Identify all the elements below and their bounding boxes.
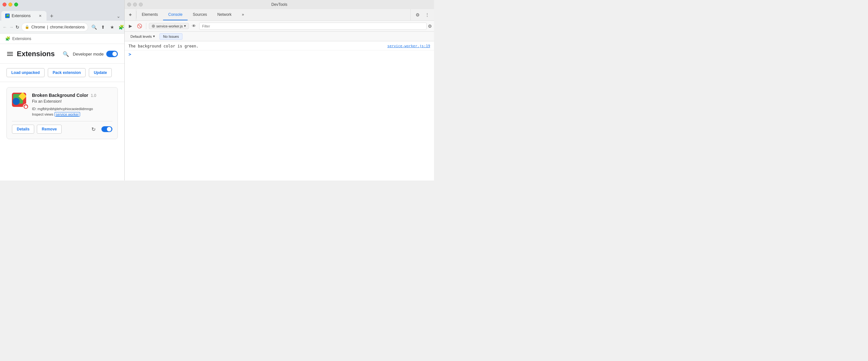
worker-label: service-worker.js — [156, 24, 183, 28]
settings-icon: ⚙ — [415, 12, 420, 18]
maximize-button[interactable] — [14, 3, 18, 6]
extensions-icon[interactable]: 🧩 — [117, 23, 125, 31]
devtools-title: DevTools — [271, 2, 287, 7]
icon-blue-circle — [12, 98, 20, 105]
reload-extension-button[interactable]: ↻ — [89, 125, 97, 133]
browser-title-bar — [0, 0, 124, 9]
tab-close-button[interactable]: ✕ — [37, 13, 42, 19]
hamburger-menu-button[interactable] — [6, 51, 13, 57]
back-icon: ← — [3, 25, 7, 30]
tab-console[interactable]: Console — [163, 9, 188, 20]
toolbar-divider — [146, 23, 146, 29]
levels-row: Default levels ▾ No Issues — [125, 32, 434, 41]
close-button[interactable] — [3, 3, 6, 6]
search-icon[interactable]: 🔍 — [63, 51, 69, 57]
omnibox[interactable]: 🔒 Chrome | chrome://extensions — [21, 23, 88, 32]
tab-elements[interactable]: Elements — [136, 9, 163, 20]
tab-more[interactable]: » — [237, 9, 249, 20]
extensions-content: Extensions 🔍 Developer mode Load unpacke… — [0, 44, 124, 181]
more-menu-icon: ⋮ — [425, 12, 430, 18]
reload-button[interactable]: ↻ — [16, 23, 20, 31]
extension-icon-wrapper: ⬤ — [12, 93, 27, 108]
extension-card-footer: Details Remove ↻ — [12, 121, 113, 134]
default-levels-button[interactable]: Default levels ▾ — [128, 34, 157, 39]
tab-menu-button[interactable]: ⌄ — [115, 13, 122, 19]
devtools-title-bar: DevTools — [125, 0, 434, 9]
eye-icon-button[interactable]: 👁 — [190, 22, 198, 30]
extension-id: ID: mgfbhjnibhjdehcphiocaoiediidmngo — [32, 107, 113, 111]
action-buttons-row: Load unpacked Pack extension Update — [0, 64, 124, 82]
clear-console-button[interactable]: ▶ — [127, 22, 134, 30]
bookmark-star-icon[interactable]: ★ — [108, 23, 116, 31]
network-tab-label: Network — [217, 12, 231, 17]
page-title: Extensions — [17, 50, 55, 58]
minimize-button[interactable] — [8, 3, 12, 6]
extension-action-buttons: Details Remove — [12, 125, 62, 134]
play-icon: ▶ — [129, 24, 132, 28]
zoom-icon[interactable]: 🔍 — [90, 23, 98, 31]
download-icon[interactable]: ⬆ — [99, 23, 107, 31]
extension-info: Broken Background Color 1.0 Fix an Exten… — [32, 93, 113, 117]
devtools-more-button[interactable]: ⋮ — [423, 11, 431, 19]
new-tab-button[interactable]: + — [47, 11, 56, 21]
service-worker-selector[interactable]: service-worker.js ▾ — [149, 23, 189, 29]
tab-network[interactable]: Network — [212, 9, 237, 20]
reload-icon: ↻ — [16, 25, 20, 30]
sources-tab-label: Sources — [193, 12, 207, 17]
extension-enable-toggle[interactable] — [101, 126, 113, 132]
breadcrumb: 🧩 Extensions — [0, 34, 124, 44]
address-bar: ← → ↻ 🔒 Chrome | chrome://extensions 🔍 ⬆… — [0, 21, 124, 34]
load-unpacked-button[interactable]: Load unpacked — [6, 68, 44, 77]
url-separator: | — [47, 25, 48, 29]
console-settings-icon[interactable]: ⚙ — [428, 24, 432, 29]
extension-name-row: Broken Background Color 1.0 — [32, 93, 113, 98]
console-source-link[interactable]: service-worker.js:19 — [388, 44, 430, 48]
filter-input[interactable] — [199, 23, 427, 30]
devtools-minimize-button[interactable] — [133, 3, 137, 6]
update-button[interactable]: Update — [89, 68, 112, 77]
tab-right-area: ⌄ — [115, 13, 123, 21]
console-tab-label: Console — [168, 12, 182, 17]
inspect-views-label: Inspect views — [32, 112, 53, 116]
extensions-list: ⬤ Broken Background Color 1.0 Fix an Ext… — [0, 82, 124, 144]
devtools-maximize-button[interactable] — [139, 3, 143, 6]
extension-version: 1.0 — [91, 93, 96, 98]
block-icon-button[interactable]: 🚫 — [135, 22, 144, 30]
no-issues-badge[interactable]: No Issues — [159, 33, 182, 40]
console-toolbar: ▶ 🚫 service-worker.js ▾ 👁 ⚙ — [125, 21, 434, 32]
block-icon: 🚫 — [137, 24, 142, 28]
console-prompt-line[interactable]: > — [125, 50, 434, 58]
forward-icon: → — [9, 25, 13, 30]
back-button[interactable]: ← — [3, 23, 7, 31]
tab-sources[interactable]: Sources — [188, 9, 212, 20]
worker-dot — [152, 25, 155, 28]
service-worker-link[interactable]: service worker — [55, 112, 80, 117]
devtools-cursor-area[interactable]: ⌖ — [125, 9, 136, 20]
pack-extension-button[interactable]: Pack extension — [48, 68, 86, 77]
devtools-close-button[interactable] — [127, 3, 131, 6]
url-text: chrome://extensions — [50, 25, 85, 29]
devtools-panel: DevTools ⌖ Elements Console Sources Netw… — [125, 0, 434, 181]
console-line-1: The background color is green. service-w… — [125, 42, 434, 50]
forward-button[interactable]: → — [9, 23, 13, 31]
browser-panel: 🧩 Extensions ✕ + ⌄ ← → ↻ 🔒 Chrome | chro… — [0, 0, 125, 181]
details-button[interactable]: Details — [12, 125, 34, 134]
more-tabs-label: » — [242, 12, 244, 17]
console-message-text: The background color is green. — [128, 44, 385, 49]
chrome-label: Chrome — [31, 25, 45, 29]
tabs-spacer — [249, 9, 410, 20]
extension-name: Broken Background Color — [32, 93, 88, 98]
breadcrumb-icon: 🧩 — [5, 36, 10, 41]
default-levels-label: Default levels — [130, 35, 152, 38]
remove-button[interactable]: Remove — [37, 125, 62, 134]
console-output: The background color is green. service-w… — [125, 41, 434, 181]
devtools-settings-button[interactable]: ⚙ — [413, 11, 422, 19]
breadcrumb-label: Extensions — [12, 36, 31, 41]
reload-icon: ↻ — [91, 126, 96, 132]
extension-card-header: ⬤ Broken Background Color 1.0 Fix an Ext… — [12, 93, 113, 117]
developer-mode-toggle[interactable] — [106, 51, 118, 57]
tab-label: Extensions — [11, 13, 31, 18]
extension-card: ⬤ Broken Background Color 1.0 Fix an Ext… — [6, 87, 118, 139]
devtools-tabs: ⌖ Elements Console Sources Network » ⚙ ⋮ — [125, 9, 434, 21]
extensions-tab[interactable]: 🧩 Extensions ✕ — [1, 11, 46, 21]
